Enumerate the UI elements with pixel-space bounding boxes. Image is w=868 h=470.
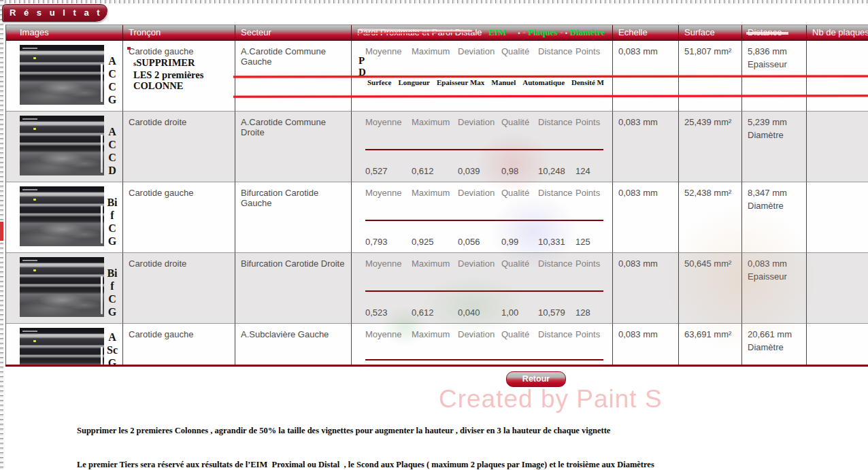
eim-subheaders: MoyenneMaximumDeviationQualitéDistancePo… [352, 253, 612, 269]
eim-col-distance: Distance [538, 46, 575, 56]
table-row-2-secteur: A.Carotide Commune Droite [235, 112, 352, 182]
white-strike-mark [746, 32, 788, 35]
eim-values: 0,7930,9250,0560,9910,331125 [365, 237, 610, 247]
depth-scale-bar [101, 205, 103, 244]
distance-value: 20,661 mm [748, 329, 803, 339]
annotation-diametre-label: Diamètre [570, 27, 605, 37]
ultrasound-thumbnail[interactable] [20, 186, 104, 246]
table-row-4-nb-plaques [807, 253, 868, 324]
selection-marquee-red-mark [0, 222, 3, 241]
table-row-4-image-cell: Bi f C G [6, 253, 123, 324]
table-row-3-surface: 52,438 mm² [679, 182, 742, 253]
annotation-plaque-columns: Surfece Longueur Epaisseur Max Manuel Au… [367, 78, 604, 86]
eim-values: 0,5230,6120,0401,0010,579128 [365, 307, 610, 318]
eim-col-deviation: Deviation [458, 46, 501, 56]
distance-value: 0,083 mm [748, 258, 803, 269]
results-tab[interactable]: R é s u l t a t s [2, 4, 107, 22]
annotation-p-d: P D [358, 55, 366, 78]
ultrasound-thumbnail[interactable] [20, 45, 104, 105]
eim-col-points: Points [575, 46, 610, 56]
selection-marquee-top [0, 0, 868, 3]
distance-value: 8,347 mm [748, 188, 803, 198]
col-header-surface: Surface [679, 25, 742, 41]
col-header-secteur: Secteur [235, 25, 352, 41]
eim-col-qualite: Qualité [501, 46, 538, 56]
eim-values: 0,5270,6120,0390,9810,248124 [365, 166, 610, 176]
square-bullet-icon: ▪ [565, 30, 567, 36]
table-row-4-eim-cell: MoyenneMaximumDeviationQualitéDistancePo… [352, 253, 613, 324]
distance-kind: Diamètre [748, 201, 803, 211]
col-header-echelle: Echelle [613, 25, 679, 41]
table-row-3-echelle: 0,083 mm [613, 182, 679, 253]
depth-scale-bar [101, 276, 103, 314]
annotation-dash: - [560, 27, 563, 37]
eim-separator-line [365, 220, 603, 221]
note-line: Le premier Tiers sera réservé aux résult… [77, 459, 846, 470]
ultrasound-thumbnail[interactable] [20, 257, 104, 317]
annotation-dash: - [522, 27, 525, 37]
distance-kind: Epaisseur [748, 59, 803, 69]
artery-abbrev-label: A C C G [105, 54, 120, 106]
table-row-5-nb-plaques [807, 324, 868, 365]
depth-scale-bar [101, 64, 103, 102]
artery-abbrev-label: Bi f C G [105, 267, 120, 318]
note-line: Supprimer les 2 premieres Colonnes , agr… [77, 425, 846, 437]
eim-subheaders: MoyenneMaximumDeviationQualitéDistancePo… [352, 324, 612, 339]
table-row-5-echelle: 0,083 mm [613, 324, 679, 365]
red-mark-annotation [127, 47, 131, 50]
table-row-4-surface: 50,645 mm² [679, 253, 742, 324]
eim-separator-line [365, 290, 603, 292]
eim-col-moyenne: Moyenne [365, 46, 412, 56]
depth-scale-bar [101, 347, 103, 365]
artery-abbrev-label: A Sc G [105, 331, 120, 365]
eim-subheaders: MoyenneMaximumDeviationQualitéDistancePo… [352, 112, 612, 127]
table-row-4-secteur: Bifurcation Carotide Droite [235, 253, 352, 324]
artery-abbrev-label: Bi f C G [105, 196, 120, 248]
screenshot-root: R é s u l t a t s Images Tronçon Secteur… [0, 0, 868, 470]
retour-button[interactable]: Retour [506, 371, 566, 387]
table-row-5-image-cell: A Sc G [6, 324, 123, 365]
eim-subheaders: Moyenne Maximum Deviation Qualité Distan… [352, 41, 612, 56]
table-row-2-echelle: 0,083 mm [613, 112, 679, 182]
distance-kind: Diamètre [748, 130, 803, 140]
col-header-troncon: Tronçon [123, 25, 235, 41]
col-header-distance: Distance [742, 25, 807, 41]
table-row-2-troncon: Carotide droite [123, 112, 235, 182]
table-row-5-secteur: A.Subclavière Gauche [235, 324, 352, 365]
table-row-3-distance: 8,347 mm Diamètre [742, 182, 807, 253]
annotation-plaques-label: Plaques [528, 27, 557, 37]
table-row-3-troncon: Carotide gauche [123, 182, 235, 253]
ultrasound-thumbnail[interactable] [20, 328, 104, 365]
eim-separator-line [365, 359, 603, 360]
depth-scale-bar [101, 135, 103, 173]
table-row-3-image-cell: Bi f C G [6, 182, 123, 253]
table-row-4-distance: 0,083 mm Epaisseur [742, 253, 807, 324]
table-row-3-eim-cell: MoyenneMaximumDeviationQualitéDistancePo… [352, 182, 613, 253]
col-header-nb-plaques: Nb de plaques [807, 25, 868, 41]
table-row-5-eim-cell: MoyenneMaximumDeviationQualitéDistancePo… [352, 324, 613, 365]
table-row-4-troncon: Carotide droite [123, 253, 235, 324]
table-row-5-surface: 63,691 mm² [679, 324, 742, 365]
table-row-5-distance: 20,661 mm Diamètre [742, 324, 807, 365]
table-row-3-nb-plaques [807, 182, 868, 253]
eim-separator-line [365, 149, 603, 150]
table-row-1-image-cell: A C C G [6, 41, 123, 112]
annotation-supprimer: sSUPPRIMER LES 2 premières COLONNE [133, 57, 203, 92]
square-bullet-icon: ▪ [518, 30, 520, 36]
table-row-5-troncon: Carotide gauche [123, 324, 235, 365]
table-row-2-image-cell: A C C D [6, 112, 123, 182]
eim-subheaders: MoyenneMaximumDeviationQualitéDistancePo… [352, 182, 612, 198]
distance-value: 5,239 mm [748, 117, 803, 127]
table-bottom-border [5, 365, 868, 367]
table-row-2-surface: 25,439 mm² [679, 112, 742, 182]
col-header-images: Images [6, 25, 123, 41]
distance-kind: Diamètre [748, 342, 803, 352]
table-row-2-distance: 5,239 mm Diamètre [742, 112, 807, 182]
table-row-4-echelle: 0,083 mm [613, 253, 679, 324]
ultrasound-thumbnail[interactable] [20, 116, 104, 175]
annotation-eim-label: EIM [488, 27, 506, 37]
table-row-3-secteur: Bifurcation Carotide Gauche [235, 182, 352, 253]
distance-value: 5,836 mm [748, 46, 803, 56]
eim-col-maximum: Maximum [412, 46, 458, 56]
table-row-2-nb-plaques [807, 112, 868, 182]
